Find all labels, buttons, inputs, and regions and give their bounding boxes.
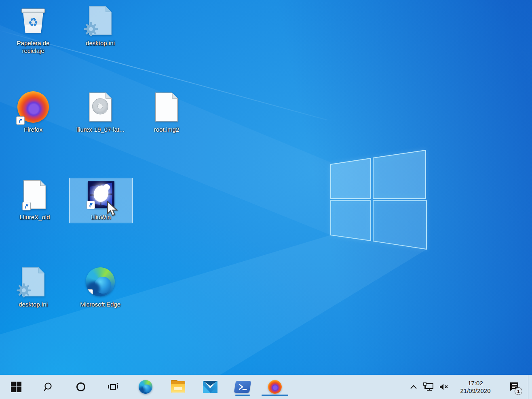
running-indicator: [262, 395, 288, 396]
system-tray: 17:02 21/09/2020 1: [407, 375, 532, 399]
mouse-cursor: [106, 201, 118, 217]
windows-desktop[interactable]: ♻ Papelera de reciclaje: [0, 0, 532, 399]
icon-label: Papelera de reciclaje: [9, 39, 57, 55]
icon-label: desktop.ini: [86, 39, 115, 47]
taskbar-mail-button[interactable]: [194, 375, 226, 399]
desktop-icon-lliuwin[interactable]: LliuWin: [69, 178, 133, 223]
icon-label: root.img2: [154, 126, 179, 133]
desktop-icon-firefox[interactable]: Firefox: [2, 90, 64, 133]
network-ethernet-icon: [423, 382, 434, 392]
volume-button[interactable]: [437, 375, 451, 399]
cortana-icon: [76, 382, 86, 392]
tray-expand-button[interactable]: [407, 375, 420, 399]
windows-logo-icon: [11, 382, 21, 392]
start-button[interactable]: [0, 375, 32, 399]
network-button[interactable]: [420, 375, 437, 399]
chevron-up-icon: [410, 384, 418, 390]
tray-date: 21/09/2020: [460, 387, 490, 395]
icon-label: lliurex-19_07-lat...: [76, 126, 124, 133]
tray-time: 17:02: [460, 379, 490, 387]
cd-icon: [92, 98, 108, 114]
edge-icon: [86, 267, 115, 296]
show-desktop-button[interactable]: [528, 375, 532, 399]
firefox-icon: [17, 91, 49, 123]
ini-file-icon: [89, 6, 112, 35]
taskbar-powershell-button[interactable]: [226, 375, 259, 399]
task-view-icon: [108, 382, 119, 392]
folder-icon: [171, 381, 185, 393]
recycle-symbol-icon: ♻: [28, 17, 38, 28]
search-icon: [43, 382, 54, 392]
taskbar-firefox-button[interactable]: [259, 375, 291, 399]
file-shortcut-icon: [23, 180, 46, 209]
file-icon: [155, 92, 178, 122]
taskbar: 17:02 21/09/2020 1: [0, 375, 532, 399]
desktop-icon-lliurex-old[interactable]: LliureX_old: [4, 178, 65, 221]
desktop-icon-microsoft-edge[interactable]: Microsoft Edge: [70, 265, 131, 308]
gear-icon: [83, 21, 99, 37]
search-button[interactable]: [32, 375, 65, 399]
icon-label: LliureX_old: [19, 213, 50, 221]
desktop-icon-desktop-ini-top[interactable]: desktop.ini: [70, 4, 131, 47]
shortcut-arrow-icon: [22, 202, 31, 210]
icon-label: Firefox: [24, 126, 42, 133]
action-center-button[interactable]: 1: [505, 375, 523, 399]
desktop-icon-desktop-ini-bottom[interactable]: desktop.ini: [2, 265, 64, 308]
desktop-icon-recycle-bin[interactable]: ♻ Papelera de reciclaje: [2, 4, 64, 55]
windows-logo-wallpaper: [327, 147, 429, 253]
recycle-bin-icon: ♻: [21, 8, 45, 33]
mail-icon: [203, 381, 217, 393]
taskbar-file-explorer-button[interactable]: [162, 375, 194, 399]
clock[interactable]: 17:02 21/09/2020: [454, 375, 496, 399]
taskbar-edge-button[interactable]: [129, 375, 162, 399]
notification-badge: 1: [515, 387, 522, 395]
icon-label: Microsoft Edge: [80, 300, 120, 308]
cortana-button[interactable]: [65, 375, 97, 399]
firefox-icon: [268, 380, 282, 394]
volume-muted-icon: [439, 382, 449, 391]
desktop-icon-root-img2[interactable]: root.img2: [136, 90, 197, 133]
edge-icon: [139, 380, 152, 394]
icon-label: desktop.ini: [19, 300, 48, 308]
desktop-icon-lliurex-iso[interactable]: lliurex-19_07-lat...: [70, 90, 131, 133]
shortcut-arrow-icon: [86, 289, 93, 296]
disc-image-icon: [89, 92, 112, 122]
running-indicator: [235, 395, 250, 396]
ini-file-icon: [22, 267, 44, 296]
shortcut-arrow-icon: [87, 201, 95, 209]
powershell-icon: [234, 381, 251, 393]
gear-icon: [16, 283, 32, 298]
task-view-button[interactable]: [97, 375, 129, 399]
shortcut-arrow-icon: [16, 116, 25, 125]
